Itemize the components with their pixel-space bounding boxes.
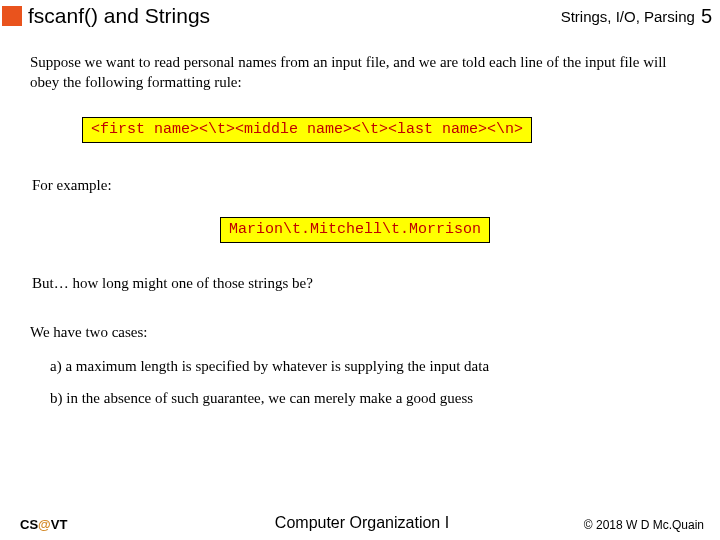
case-a: a) a maximum length is specified by what… — [50, 356, 696, 376]
page-number: 5 — [701, 5, 712, 28]
footer-cs: CS — [20, 517, 38, 532]
intro-text: Suppose we want to read personal names f… — [30, 52, 696, 93]
footer-left: CS@VT — [12, 517, 248, 532]
question-text: But… how long might one of those strings… — [32, 273, 696, 293]
slide-header: fscanf() and Strings Strings, I/O, Parsi… — [0, 0, 720, 34]
title-bullet-icon — [2, 6, 22, 26]
footer-center: Computer Organization I — [248, 514, 476, 532]
slide-title: fscanf() and Strings — [28, 4, 561, 28]
example-code: Marion\t.Mitchell\t.Morrison — [220, 217, 490, 243]
case-b: b) in the absence of such guarantee, we … — [50, 388, 696, 408]
at-icon: @ — [38, 517, 51, 532]
footer-right: © 2018 W D Mc.Quain — [476, 518, 708, 532]
cases-intro: We have two cases: — [30, 322, 696, 342]
for-example-label: For example: — [32, 175, 696, 195]
breadcrumb: Strings, I/O, Parsing — [561, 8, 695, 25]
format-rule-code: <first name><\t><middle name><\t><last n… — [82, 117, 532, 143]
footer-vt: VT — [51, 517, 68, 532]
slide-body: Suppose we want to read personal names f… — [0, 34, 720, 408]
format-rule-box: <first name><\t><middle name><\t><last n… — [82, 117, 696, 143]
slide-footer: CS@VT Computer Organization I © 2018 W D… — [0, 514, 720, 532]
example-box: Marion\t.Mitchell\t.Morrison — [220, 217, 696, 243]
